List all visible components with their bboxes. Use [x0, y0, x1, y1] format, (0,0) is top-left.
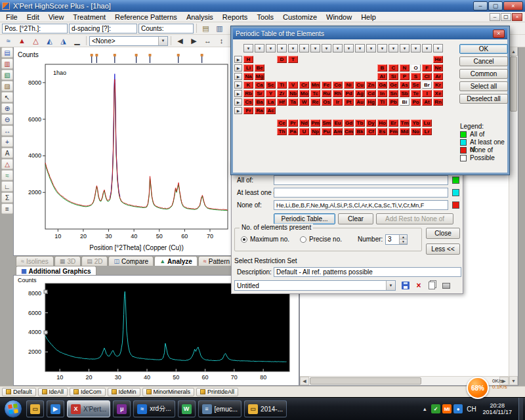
maximum-no-radio[interactable] [241, 236, 247, 243]
element-Fr[interactable]: Fr [243, 107, 253, 114]
pan-horizontal-icon[interactable]: ↔ [201, 35, 214, 46]
element-Y[interactable]: Y [266, 90, 276, 97]
taskbar-window-emuc[interactable]: ≡[emuc... [198, 400, 242, 417]
element-Mg[interactable]: Mg [255, 73, 264, 80]
element-Cs[interactable]: Cs [243, 98, 253, 106]
element-Eu[interactable]: Eu [333, 119, 343, 127]
row-selector-6[interactable]: ▶ [234, 98, 242, 106]
show-desktop-button[interactable] [518, 398, 523, 420]
background-mode-icon[interactable]: ≈ [1, 170, 13, 180]
description-field[interactable]: Default - All ref. patterns possible [274, 267, 461, 277]
element-Gd[interactable]: Gd [344, 119, 354, 127]
tab-analyze[interactable]: ▲Analyze [154, 256, 198, 266]
menu-reference-patterns[interactable]: Reference Patterns [110, 12, 182, 22]
pointer-icon[interactable]: ↖ [1, 92, 13, 102]
element-T[interactable]: T [288, 56, 298, 63]
none-of-field[interactable]: He,Li,Be,B,F,Ne,Mg,Al,Si,P,S,Cl,Ar,K,Ca,… [274, 200, 448, 210]
show-scan-icon[interactable]: ≈ [2, 35, 14, 46]
element-Ho[interactable]: Ho [377, 119, 387, 127]
all-of-field[interactable] [274, 175, 448, 185]
element-Sr[interactable]: Sr [255, 90, 264, 97]
element-Th[interactable]: Th [277, 128, 287, 135]
row-selector-3[interactable]: ▶ [234, 73, 242, 80]
mdi-close-button[interactable]: × [512, 13, 522, 21]
menu-treatment[interactable]: Treatment [68, 12, 110, 22]
element-H[interactable]: H [243, 56, 253, 63]
common-button[interactable]: Common [459, 69, 508, 79]
column-selector-9[interactable]: ▼ [333, 44, 343, 52]
pan-vertical-icon[interactable]: ↕ [215, 35, 228, 46]
column-selector-4[interactable]: ▼ [277, 44, 287, 52]
element-Co[interactable]: Co [333, 81, 343, 89]
column-selector-8[interactable]: ▼ [322, 44, 331, 52]
zoom-in-icon[interactable]: ⊕ [1, 103, 13, 114]
element-Cm[interactable]: Cm [344, 128, 354, 135]
element-Tl[interactable]: Tl [377, 98, 387, 106]
preset-idemin[interactable]: IdeMin [108, 388, 140, 396]
element-Pb[interactable]: Pb [388, 98, 398, 106]
element-F[interactable]: F [422, 64, 432, 72]
counts-field[interactable]: Counts: [138, 24, 194, 33]
element-Bk[interactable]: Bk [355, 128, 365, 135]
titlebar[interactable]: X'Pert HighScore Plus - [1hao] – ▢ × [0, 0, 525, 12]
element-Re[interactable]: Re [310, 98, 320, 106]
save-set-button[interactable] [400, 280, 411, 291]
pan-icon[interactable]: ↔ [1, 125, 13, 136]
reference-pattern-combo[interactable]: <None>▼ [89, 36, 168, 46]
dialog-close-button[interactable]: × [493, 30, 505, 38]
periodic-table-button[interactable]: Periodic Table... [274, 213, 335, 224]
element-Nd[interactable]: Nd [299, 119, 309, 127]
column-selector-17[interactable]: ▼ [422, 44, 432, 52]
element-S[interactable]: S [411, 73, 421, 80]
combo-dropdown-icon[interactable]: ▼ [158, 37, 167, 45]
export-set-button[interactable] [440, 280, 452, 291]
element-Xe[interactable]: Xe [433, 90, 443, 97]
mi-suite-tray-icon[interactable]: MI [442, 404, 452, 413]
element-Br[interactable]: Br [422, 81, 432, 89]
element-B[interactable]: B [377, 64, 387, 72]
element-Na[interactable]: Na [243, 73, 253, 80]
mdi-minimize-button[interactable]: – [490, 13, 500, 21]
restriction-set-combo[interactable]: Untitled ▼ [234, 280, 396, 291]
menu-reports[interactable]: Reports [218, 12, 253, 22]
peak-right-half-icon[interactable]: ◮ [57, 35, 70, 46]
menu-window[interactable]: Window [322, 12, 356, 22]
element-Te[interactable]: Te [411, 90, 421, 97]
menu-tools[interactable]: Tools [252, 12, 278, 22]
element-Cd[interactable]: Cd [366, 90, 376, 97]
element-K[interactable]: K [243, 81, 253, 89]
element-Lu[interactable]: Lu [422, 119, 432, 127]
element-Hf[interactable]: Hf [277, 98, 287, 106]
element-O[interactable]: O [411, 64, 421, 72]
column-selector-11[interactable]: ▼ [355, 44, 365, 52]
minimize-button[interactable]: – [473, 1, 488, 10]
element-Tm[interactable]: Tm [400, 119, 410, 127]
element-Np[interactable]: Np [310, 128, 320, 135]
column-selector-18[interactable]: ▼ [433, 44, 443, 52]
element-Cl[interactable]: Cl [422, 73, 432, 80]
spin-up-icon[interactable]: ▲ [400, 235, 407, 240]
maximize-button[interactable]: ▢ [488, 1, 503, 10]
element-He[interactable]: He [433, 56, 443, 63]
menu-edit[interactable]: Edit [22, 12, 44, 22]
add-rest-to-none-of-button[interactable]: Add Rest to None of [376, 213, 453, 224]
element-Li[interactable]: Li [243, 64, 253, 72]
element-Ba[interactable]: Ba [255, 98, 264, 106]
preset-minorminerals[interactable]: MinorMinerals [142, 388, 195, 396]
horizontal-scroll-thumb[interactable] [310, 377, 421, 385]
element-V[interactable]: V [288, 81, 298, 89]
spin-down-icon[interactable]: ▼ [400, 240, 407, 244]
menu-file[interactable]: File [1, 12, 22, 22]
element-Hg[interactable]: Hg [366, 98, 376, 106]
menu-analysis[interactable]: Analysis [182, 12, 218, 22]
tab-pattern[interactable]: ≈Pattern [198, 256, 235, 266]
row-selector-5[interactable]: ▶ [234, 90, 242, 97]
element-Tb[interactable]: Tb [355, 119, 365, 127]
tab-compare[interactable]: ◫Compare [108, 256, 154, 266]
scroll-down-icon[interactable]: ▼ [509, 376, 518, 385]
element-Ge[interactable]: Ge [388, 81, 398, 89]
row-selector-2[interactable]: ▶ [234, 64, 242, 72]
column-selector-1[interactable]: ▼ [243, 44, 253, 52]
language-indicator[interactable]: CH [465, 406, 477, 413]
element-Mn[interactable]: Mn [310, 81, 320, 89]
